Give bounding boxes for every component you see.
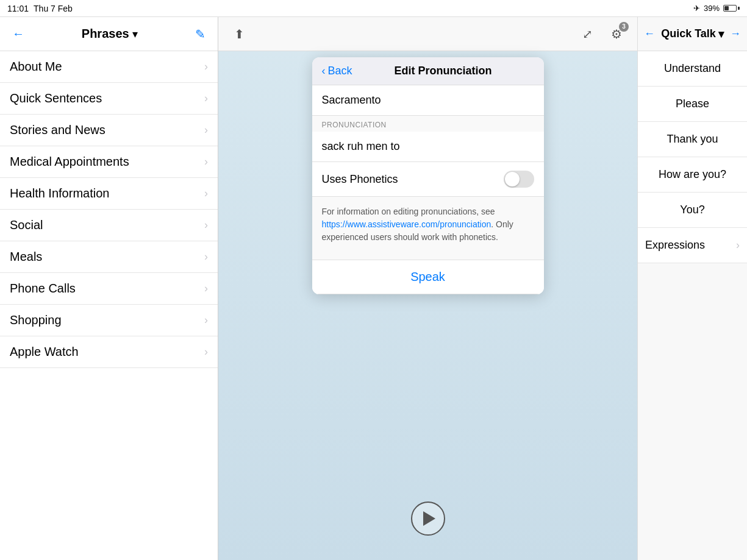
expand-icon[interactable]: ⤢: [576, 23, 598, 45]
info-link[interactable]: https://www.assistiveware.com/pronunciat…: [322, 219, 491, 229]
sidebar-chevron-icon: ›: [204, 124, 208, 136]
sidebar-item-label: Quick Sentences: [10, 91, 102, 105]
back-chevron-icon: ‹: [322, 65, 326, 77]
right-title-dropdown-icon: ▾: [718, 27, 724, 41]
center-panel: ⬆ ⤢ ⚙ 3 ‹ Back Edit Pr: [218, 17, 637, 560]
play-button[interactable]: [411, 502, 445, 536]
word-input[interactable]: [312, 85, 544, 115]
sidebar-list: About Me › Quick Sentences › Stories and…: [0, 51, 218, 560]
sidebar-item-label: Social: [10, 218, 43, 232]
right-item-expressions[interactable]: Expressions ›: [638, 228, 747, 263]
sidebar-item[interactable]: About Me ›: [0, 51, 218, 83]
main-layout: ← Phrases ▾ ✎ About Me › Quick Sentences…: [0, 17, 747, 560]
sidebar-header: ← Phrases ▾ ✎: [0, 17, 218, 51]
sidebar-item-label: About Me: [10, 60, 62, 74]
modal-title: Edit Pronunciation: [352, 65, 534, 77]
info-section: For information on editing pronunciation…: [312, 197, 544, 252]
sidebar-item[interactable]: Phone Calls ›: [0, 273, 218, 305]
sidebar-item-label: Medical Appointments: [10, 155, 129, 169]
gear-badge: 3: [619, 22, 629, 32]
uses-phonetics-row: Uses Phonetics: [312, 162, 544, 197]
status-left: 11:01 Thu 7 Feb: [7, 4, 73, 13]
pronunciation-input[interactable]: [312, 132, 544, 162]
sidebar: ← Phrases ▾ ✎ About Me › Quick Sentences…: [0, 17, 218, 560]
sidebar-chevron-icon: ›: [204, 250, 208, 263]
right-title-button[interactable]: Quick Talk ▾: [661, 27, 724, 41]
sidebar-item[interactable]: Quick Sentences ›: [0, 83, 218, 115]
sidebar-item[interactable]: Social ›: [0, 210, 218, 241]
sidebar-chevron-icon: ›: [204, 219, 208, 232]
battery-icon: [723, 5, 740, 12]
sidebar-item[interactable]: Stories and News ›: [0, 115, 218, 146]
battery-percent: 39%: [704, 4, 720, 13]
expressions-chevron-icon: ›: [736, 239, 740, 252]
right-item-label: Expressions: [645, 239, 705, 252]
right-item[interactable]: How are you?: [638, 157, 747, 193]
time: 11:01: [7, 4, 29, 13]
uses-phonetics-label: Uses Phonetics: [322, 173, 398, 186]
sidebar-item-label: Stories and News: [10, 123, 105, 137]
sidebar-chevron-icon: ›: [204, 282, 208, 295]
pronunciation-label: PRONUNCIATION: [312, 116, 544, 132]
right-item[interactable]: Thank you: [638, 122, 747, 157]
sidebar-chevron-icon: ›: [204, 346, 208, 358]
info-text: For information on editing pronunciation…: [322, 205, 534, 244]
edit-pronunciation-modal: ‹ Back Edit Pronunciation PRONUNCIATION …: [312, 57, 544, 294]
center-header-left: ⬆: [228, 23, 250, 45]
right-title: Quick Talk: [661, 27, 716, 40]
sidebar-title: Phrases ▾: [82, 27, 138, 41]
back-arrow-icon[interactable]: ←: [10, 24, 27, 43]
center-header: ⬆ ⤢ ⚙ 3: [218, 17, 637, 51]
right-back-arrow[interactable]: ←: [644, 27, 655, 40]
right-items: UnderstandPleaseThank youHow are you?You…: [638, 51, 747, 560]
sidebar-item-label: Apple Watch: [10, 345, 79, 359]
back-button[interactable]: ‹ Back: [322, 65, 352, 77]
center-header-right: ⤢ ⚙ 3: [576, 23, 627, 45]
airplane-icon: ✈: [693, 4, 700, 13]
back-label: Back: [328, 65, 352, 77]
sidebar-item-label: Phone Calls: [10, 282, 76, 296]
right-item[interactable]: You?: [638, 193, 747, 228]
info-text-before: For information on editing pronunciation…: [322, 207, 495, 216]
sidebar-item-label: Meals: [10, 250, 42, 264]
sidebar-chevron-icon: ›: [204, 187, 208, 200]
uses-phonetics-toggle[interactable]: [504, 171, 534, 188]
sidebar-item-label: Health Information: [10, 186, 109, 200]
modal-header: ‹ Back Edit Pronunciation: [312, 57, 544, 85]
right-panel: ← Quick Talk ▾ → UnderstandPleaseThank y…: [637, 17, 747, 560]
sidebar-item[interactable]: Apple Watch ›: [0, 336, 218, 368]
gear-icon[interactable]: ⚙ 3: [606, 23, 627, 45]
right-forward-arrow[interactable]: →: [730, 27, 741, 40]
play-icon: [423, 511, 435, 526]
sidebar-item[interactable]: Health Information ›: [0, 178, 218, 210]
sidebar-chevron-icon: ›: [204, 314, 208, 327]
toggle-knob: [505, 172, 520, 186]
sidebar-item[interactable]: Meals ›: [0, 241, 218, 273]
right-header: ← Quick Talk ▾ →: [638, 17, 747, 51]
word-section: [312, 85, 544, 116]
speak-button[interactable]: Speak: [312, 260, 544, 294]
sidebar-item[interactable]: Medical Appointments ›: [0, 146, 218, 178]
center-body: ‹ Back Edit Pronunciation PRONUNCIATION …: [218, 51, 637, 560]
sidebar-chevron-icon: ›: [204, 92, 208, 105]
date: Thu 7 Feb: [34, 4, 73, 13]
sidebar-item-label: Shopping: [10, 313, 62, 327]
right-item[interactable]: Please: [638, 87, 747, 122]
sidebar-item[interactable]: Shopping ›: [0, 305, 218, 336]
upload-icon[interactable]: ⬆: [228, 23, 250, 45]
sidebar-chevron-icon: ›: [204, 155, 208, 168]
sidebar-chevron-icon: ›: [204, 60, 208, 73]
edit-icon[interactable]: ✎: [193, 24, 208, 44]
modal-body: PRONUNCIATION Uses Phonetics For informa…: [312, 85, 544, 294]
right-item[interactable]: Understand: [638, 51, 747, 87]
modal-overlay: ‹ Back Edit Pronunciation PRONUNCIATION …: [218, 51, 637, 560]
status-bar: 11:01 Thu 7 Feb ✈ 39%: [0, 0, 747, 17]
status-right: ✈ 39%: [693, 4, 740, 13]
speak-section: Speak: [312, 260, 544, 294]
